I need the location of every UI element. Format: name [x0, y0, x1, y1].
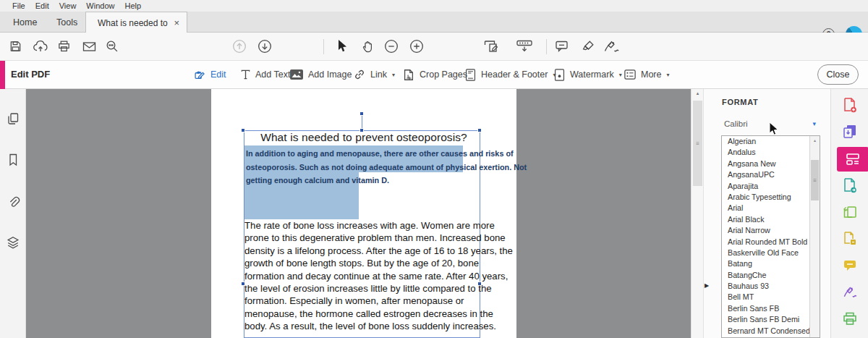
- document-tab-label: What is needed to ...: [98, 18, 169, 28]
- zoom-in-icon[interactable]: [409, 39, 424, 54]
- watermark-icon: [553, 68, 566, 82]
- font-option[interactable]: Arial Rounded MT Bold: [722, 237, 820, 248]
- create-pdf-icon[interactable]: [842, 97, 858, 114]
- signature-icon[interactable]: [603, 39, 621, 54]
- font-option[interactable]: BatangChe: [722, 270, 820, 281]
- font-option[interactable]: Arabic Typesetting: [722, 192, 820, 203]
- email-icon[interactable]: [82, 40, 97, 54]
- add-text-button[interactable]: Add Text: [240, 61, 290, 88]
- font-option[interactable]: Andalus: [722, 147, 820, 158]
- menu-item[interactable]: View: [54, 1, 82, 10]
- page-down-icon[interactable]: [258, 39, 272, 54]
- page-up-icon[interactable]: [232, 39, 247, 54]
- font-list-scrollbar-thumb[interactable]: ≡: [811, 160, 819, 200]
- font-option[interactable]: Bauhaus 93: [722, 281, 820, 292]
- font-option[interactable]: Bell MT: [722, 292, 820, 303]
- page-view-icon[interactable]: [483, 39, 501, 54]
- tab-document[interactable]: What is needed to ... ×: [85, 12, 187, 33]
- add-image-button[interactable]: Add Image: [289, 61, 352, 88]
- edit-tool-button[interactable]: Edit: [192, 61, 226, 88]
- selected-text-line: In addition to aging and menopause, ther…: [246, 147, 463, 161]
- save-icon[interactable]: [9, 40, 22, 54]
- selected-text-line: getting enough calcium and vitamin D.: [246, 174, 463, 187]
- hand-tool-icon[interactable]: [360, 39, 375, 54]
- font-option[interactable]: Arial Narrow: [722, 225, 820, 236]
- document-scrollbar[interactable]: ▴ ≡: [691, 89, 703, 338]
- font-option[interactable]: Bernard MT Condensed: [722, 326, 820, 337]
- expand-right-panel-icon[interactable]: ▶: [705, 282, 709, 289]
- scroll-up-icon[interactable]: ▴: [692, 90, 704, 96]
- font-option[interactable]: Aparajita: [722, 181, 820, 192]
- font-option[interactable]: Berlin Sans FB Demi: [722, 314, 820, 325]
- right-tool-rail: [830, 89, 868, 338]
- crop-pages-label: Crop Pages: [420, 69, 467, 80]
- font-option[interactable]: Batang: [722, 258, 820, 269]
- selection-handle-top-right[interactable]: [477, 128, 482, 132]
- tab-bar: Home Tools What is needed to ... × ?: [0, 12, 868, 33]
- organize-pages-icon[interactable]: [842, 204, 858, 220]
- document-scrollbar-thumb[interactable]: ≡: [693, 101, 702, 186]
- quick-toolbar: / 4 58.1% ▾ ▾: [0, 33, 868, 61]
- selection-handle-top-center[interactable]: [359, 128, 364, 132]
- font-dropdown-list[interactable]: AlgerianAndalusAngsana NewAngsanaUPCApar…: [721, 135, 820, 338]
- convert-pdf-icon[interactable]: [842, 124, 858, 140]
- font-option[interactable]: AngsanaUPC: [722, 169, 820, 180]
- menu-item[interactable]: Window: [81, 1, 119, 10]
- selected-paragraph[interactable]: In addition to aging and menopause, ther…: [246, 147, 463, 187]
- close-button[interactable]: Close: [817, 64, 859, 85]
- highlight-icon[interactable]: [581, 39, 595, 54]
- bookmarks-icon[interactable]: [6, 153, 20, 167]
- select-tool-icon[interactable]: [337, 39, 348, 54]
- font-option[interactable]: Arial: [722, 203, 820, 214]
- font-option[interactable]: Algerian: [722, 136, 820, 147]
- font-option[interactable]: Angsana New: [722, 159, 820, 169]
- add-text-icon: [240, 69, 251, 80]
- font-option[interactable]: Baskerville Old Face: [722, 248, 820, 258]
- print-icon[interactable]: [57, 40, 71, 54]
- zoom-out-icon[interactable]: [384, 39, 399, 54]
- font-list-scrollbar[interactable]: ▴ ≡: [809, 136, 820, 337]
- toolbar-download-icon[interactable]: [515, 39, 534, 54]
- font-select-chevron-down-icon[interactable]: ▾: [812, 120, 816, 127]
- page-thumbnails-icon[interactable]: [6, 111, 20, 126]
- edit-pdf-icon[interactable]: [837, 147, 868, 172]
- selection-rotate-handle[interactable]: [359, 111, 364, 116]
- comment-icon[interactable]: [554, 39, 569, 54]
- link-icon: [353, 68, 366, 81]
- body-text-line: formation. Especially in women, after me…: [244, 295, 483, 307]
- link-button[interactable]: Link ▾: [353, 61, 395, 88]
- crop-pages-button[interactable]: Crop Pages: [402, 61, 467, 88]
- header-footer-label: Header & Footer: [481, 69, 548, 80]
- sign-icon[interactable]: [842, 284, 859, 300]
- font-option[interactable]: Arial Black: [722, 214, 820, 225]
- combine-files-icon[interactable]: [842, 231, 858, 247]
- export-pdf-icon[interactable]: [842, 177, 858, 194]
- tab-tools[interactable]: Tools: [56, 12, 77, 33]
- tab-close-icon[interactable]: ×: [174, 18, 179, 28]
- font-option[interactable]: Berlin Sans FB: [722, 303, 820, 314]
- menu-bar: FileEditViewWindowHelp: [0, 0, 868, 12]
- tab-home[interactable]: Home: [13, 12, 37, 33]
- layers-icon[interactable]: [6, 235, 20, 250]
- more-button[interactable]: More ▾: [624, 61, 670, 88]
- crop-pages-icon: [402, 68, 415, 82]
- menu-item[interactable]: Help: [119, 1, 146, 10]
- font-list-scroll-up-icon[interactable]: ▴: [810, 138, 820, 143]
- body-text-line: body. As a result, the level of bone los…: [244, 320, 483, 332]
- find-icon[interactable]: [105, 39, 119, 54]
- document-canvas[interactable]: What is needed to prevent osteoporosis? …: [26, 89, 691, 338]
- print-pdf-icon[interactable]: [842, 311, 858, 326]
- selection-handle-top-left[interactable]: [241, 128, 245, 132]
- attachments-icon[interactable]: [6, 194, 20, 208]
- header-footer-button[interactable]: Header & Footer ▾: [464, 61, 556, 88]
- pdf-page[interactable]: What is needed to prevent osteoporosis? …: [211, 89, 516, 338]
- watermark-button[interactable]: Watermark ▾: [553, 61, 622, 88]
- edit-pdf-toolbar: Edit PDF Edit Add Text Add Image Link ▾: [0, 61, 868, 89]
- menu-item[interactable]: File: [7, 1, 30, 10]
- format-panel: FORMAT Calibri ▾ AlgerianAndalusAngsana …: [703, 89, 830, 338]
- cloud-upload-icon[interactable]: [33, 39, 48, 54]
- body-paragraph[interactable]: The rate of bone loss increases with age…: [244, 219, 483, 333]
- menu-item[interactable]: Edit: [30, 1, 54, 10]
- main-area: ◀ What is needed to prevent osteoporosis…: [0, 89, 868, 338]
- comment-panel-icon[interactable]: [842, 258, 858, 273]
